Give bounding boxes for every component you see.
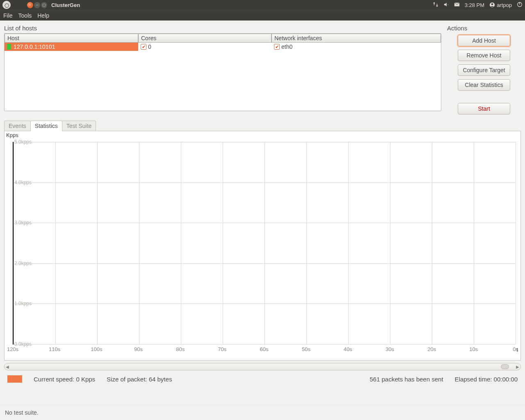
system-top-panel: ◌ × – ▢ ClusterGen ·· 3:28 PM artpop: [0, 0, 525, 10]
tab-testsuite[interactable]: Test Suite: [62, 121, 96, 131]
scroll-right-icon[interactable]: ▶: [515, 365, 520, 369]
scroll-thumb[interactable]: [501, 364, 509, 369]
actions-frame: Actions Add Host Remove Host Configure T…: [447, 25, 521, 114]
hosts-table-header: Host Cores Network interfaces: [5, 34, 441, 43]
net-value: eth0: [281, 43, 292, 50]
cell-host[interactable]: 127.0.0.1:10101: [5, 43, 138, 51]
tabs: Events Statistics Test Suite: [4, 120, 521, 131]
ubuntu-logo-icon[interactable]: ◌: [2, 1, 11, 9]
network-icon[interactable]: [433, 2, 438, 9]
mail-icon[interactable]: [454, 2, 460, 9]
username-text: artpop: [497, 2, 512, 8]
status-row: Current speed: 0 Kpps Size of packet: 64…: [4, 374, 521, 383]
menu-file[interactable]: File: [3, 12, 13, 19]
start-button[interactable]: Start: [458, 103, 510, 114]
xtick-label: 90s: [134, 346, 143, 352]
power-icon[interactable]: [517, 2, 523, 9]
chart-area: Kpps t 0.0kpps1.0kpps2.0kpps3.0kpps4.0kp…: [4, 131, 521, 361]
chart-ylabel: Kpps: [6, 132, 18, 138]
xtick-label: 40s: [344, 346, 352, 352]
svg-point-3: [491, 3, 493, 5]
cores-value: 0: [148, 43, 151, 50]
elapsed-time: Elapsed time: 00:00:00: [455, 376, 518, 383]
hosts-title: List of hosts: [4, 25, 441, 32]
table-row[interactable]: 127.0.0.1:10101 ✔ 0 ✔ eth0: [5, 43, 441, 51]
col-header-net[interactable]: Network interfaces: [272, 34, 441, 43]
col-header-host[interactable]: Host: [5, 34, 138, 43]
xtick-label: 50s: [302, 346, 310, 352]
host-address: 127.0.0.1:10101: [14, 43, 55, 50]
xtick-label: 10s: [469, 346, 478, 352]
app-content: List of hosts Host Cores Network interfa…: [0, 21, 525, 386]
time-scrollbar[interactable]: ◀ ▶: [4, 363, 521, 370]
xtick-label: 0s: [513, 346, 518, 352]
volume-icon[interactable]: ··: [443, 2, 449, 9]
xtick-label: 120s: [7, 346, 18, 352]
xtick-label: 20s: [427, 346, 436, 352]
xtick-label: 110s: [49, 346, 60, 352]
current-speed: Current speed: 0 Kpps: [34, 376, 95, 383]
svg-text:··: ··: [447, 3, 449, 6]
xtick-label: 70s: [218, 346, 226, 352]
footer-status: No test suite.: [0, 405, 525, 420]
packet-size: Size of packet: 64 bytes: [107, 376, 172, 383]
clear-statistics-button[interactable]: Clear Statistics: [458, 79, 510, 91]
window-controls: × – ▢: [27, 2, 47, 8]
xtick-label: 80s: [176, 346, 185, 352]
net-checkbox[interactable]: ✔: [274, 44, 280, 50]
system-tray: ·· 3:28 PM artpop: [433, 2, 523, 9]
chart-xticks: 120s110s100s90s80s70s60s50s40s30s20s10s0…: [13, 346, 516, 353]
xtick-label: 30s: [386, 346, 394, 352]
window-title: ClusterGen: [51, 2, 80, 8]
hosts-frame: List of hosts Host Cores Network interfa…: [4, 25, 441, 114]
remove-host-button[interactable]: Remove Host: [458, 50, 510, 61]
cores-checkbox[interactable]: ✔: [141, 44, 146, 50]
configure-target-button[interactable]: Configure Target: [458, 64, 510, 76]
packets-sent: 561 packets has been sent: [370, 376, 443, 383]
scroll-left-icon[interactable]: ◀: [5, 365, 10, 369]
window-minimize-icon[interactable]: –: [34, 2, 40, 8]
xtick-label: 100s: [91, 346, 102, 352]
series-color-swatch: [7, 375, 22, 383]
chart-plot: 0.0kpps1.0kpps2.0kpps3.0kpps4.0kpps5.0kp…: [13, 142, 516, 345]
user-indicator[interactable]: artpop: [489, 2, 512, 8]
xtick-label: 60s: [260, 346, 269, 352]
menu-help[interactable]: Help: [37, 12, 49, 19]
hosts-table[interactable]: Host Cores Network interfaces 127.0.0.1:…: [4, 33, 441, 111]
actions-title: Actions: [447, 25, 521, 32]
cell-net[interactable]: ✔ eth0: [272, 43, 441, 51]
col-header-cores[interactable]: Cores: [138, 34, 272, 43]
clock-text[interactable]: 3:28 PM: [465, 2, 484, 8]
cell-cores[interactable]: ✔ 0: [138, 43, 272, 51]
menu-tools[interactable]: Tools: [18, 12, 32, 19]
footer-message: No test suite.: [5, 409, 39, 416]
window-maximize-icon[interactable]: ▢: [41, 2, 47, 8]
host-status-icon: [7, 44, 11, 50]
tab-events[interactable]: Events: [4, 121, 31, 131]
app-menubar: File Tools Help: [0, 10, 525, 21]
add-host-button[interactable]: Add Host: [458, 35, 510, 46]
window-close-icon[interactable]: ×: [27, 2, 33, 8]
tab-statistics[interactable]: Statistics: [30, 121, 62, 131]
